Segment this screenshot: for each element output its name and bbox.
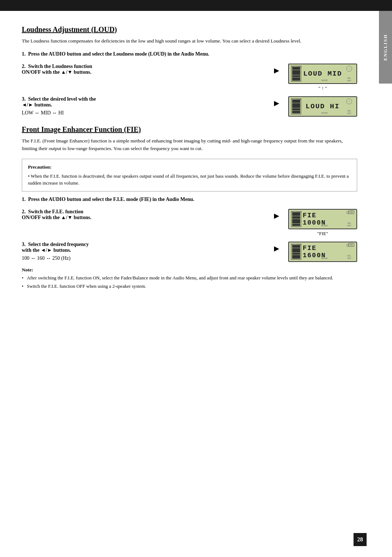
eq-bar-3-3 [292,219,300,223]
lcd-display-loud-hi: EQ CURVE AUDIO MODE LOUD HI ○ SELOFF [288,96,357,117]
eq-curve-label-3: EQ CURVE [291,211,302,213]
fie-step1-number: 1. [22,197,26,202]
precaution-content: When the F.I.E. function is deactivated,… [28,173,349,186]
note-list: After switching the F.I.E. function ON, … [22,274,357,290]
fie-step2-row: 2. Switch the F.I.E. function ON/OFF wit… [22,209,357,237]
fie-badge-2: FIE [348,243,355,247]
loudness-step3-sublabel: ◄/► buttons. [22,102,52,108]
lcd-right-2: ○ SELOFF [344,98,354,114]
lcd-text-area-4: FIE 1600N [303,245,343,259]
arrow-right-4: ► [272,244,281,254]
fie-step2-text: 2. Switch the F.I.E. function ON/OFF wit… [22,209,265,221]
lcd-sel-labels: SELOFF [347,77,351,82]
note-title: Note: [22,267,357,273]
lcd-main-text-3: FIE 1000N [303,212,343,226]
lcd-wrapper-3: EQ CURVE AUDIO MODE FIE FIE 1000N ON SEL… [288,209,357,237]
lcd-wrapper-2: EQ CURVE AUDIO MODE LOUD HI ○ SELOFF [288,96,357,117]
eq-bar-4-2 [292,248,300,253]
eq-bar-2 [292,70,300,75]
lcd-text-area-2: LOUD HI [303,102,343,110]
fie-step3-range: 100 ↔ 160 ↔ 250 (Hz) [22,255,265,261]
eq-curve-label: EQ CURVE [291,65,302,68]
lcd-knob: ○ [346,66,352,72]
eq-bar-3-2 [292,216,300,219]
lcd-main-text-4: FIE 1600N [303,245,343,259]
loudness-step2-number: 2. [22,64,26,69]
arrow-right-2: ► [272,98,281,108]
loudness-step3-number: 3. [22,96,26,102]
fie-step3-text: 3. Select the desired frequency with the… [22,242,265,261]
audio-label-4: AUDIO [293,257,299,259]
loudness-step3-row: 3. Select the desired level with the ◄/►… [22,96,357,117]
loudness-step2-sublabel: ON/OFF with the ▲/▼ buttons. [22,69,91,75]
loudness-step1: 1. Press the AUDIO button and select the… [22,51,357,57]
lcd-sel-labels-3: SELOFF [347,222,351,227]
fie-step3-sublabel: with the ◄/► buttons. [22,247,71,253]
lcd-sel-labels-2: SELOFF [347,110,351,114]
lcd-wrapper-1: EQ CURVE AUDIO MODE LOUD MID ○ SELOFF " … [288,64,357,91]
main-content: Loudness Adjustment (LOUD) The Loudness … [0,11,379,306]
loudness-step1-number: 1. [22,51,26,57]
lcd-right-1: ○ SELOFF [344,66,354,82]
eq-bar-2-3 [292,108,300,110]
fie-step3-number: 3. [22,242,26,247]
note-item-2: Switch the F.I.E. function OFF when usin… [22,283,357,290]
note-item-1: After switching the F.I.E. function ON, … [22,274,357,282]
mode-label-4: MODE [321,257,328,259]
side-tab: ENGLISH [379,11,392,84]
lcd-knob-2: ○ [346,98,352,104]
lcd-display-fie-1000n: EQ CURVE AUDIO MODE FIE FIE 1000N ON SEL… [288,209,357,229]
lcd-display-fie-1600n: EQ CURVE AUDIO MODE FIE FIE 1600N ON SEL… [288,242,357,262]
mode-label-3: MODE [321,225,328,227]
audio-label: AUDIO [293,79,299,81]
fie-note: Note: After switching the F.I.E. functio… [22,267,357,290]
side-tab-label: ENGLISH [383,34,388,60]
fie-step1-text: 1. Press the AUDIO button and select the… [22,197,357,202]
lcd-main-text-1: LOUD MID [303,70,342,78]
fie-step2-sublabel: ON/OFF with the ▲/▼ buttons. [22,215,91,220]
lcd-display-loud-mid: EQ CURVE AUDIO MODE LOUD MID ○ SELOFF [288,64,357,84]
lcd-wrapper-4: EQ CURVE AUDIO MODE FIE FIE 1600N ON SEL… [288,242,357,262]
loudness-step2-label: Switch the Loudness function [28,64,92,69]
loudness-step2-row: 2. Switch the Loudness function ON/OFF w… [22,64,357,91]
arrow-right-1: ► [272,66,281,76]
fie-step2-label: Switch the F.I.E. function [28,209,83,214]
page-number: 28 [354,533,367,546]
loudness-step1-content: Press the AUDIO button and select the Lo… [28,51,209,57]
loudness-step3-text: 3. Select the desired level with the ◄/►… [22,96,265,116]
precaution-text: • When the F.I.E. function is deactivate… [28,173,351,187]
eq-bar-2-2 [292,103,300,108]
loudness-step2-text: 2. Switch the Loudness function ON/OFF w… [22,64,265,75]
loudness-step1-text: 1. Press the AUDIO button and select the… [22,51,357,57]
lcd-main-text-2: LOUD HI [306,102,340,110]
loudness-step3-label: Select the desired level with the [28,96,96,102]
lcd-text-area-3: FIE 1000N [303,212,343,226]
fie-step1: 1. Press the AUDIO button and select the… [22,197,357,202]
audio-label-2: AUDIO [293,112,299,114]
lcd-sel-labels-4: SELOFF [347,255,351,259]
arrow-right-3: ► [272,211,281,221]
fie-step2-number: 2. [22,209,26,214]
loudness-step3-range: LOW ↔ MID ↔ HI [22,110,265,116]
fie-step3-row: 3. Select the desired frequency with the… [22,242,357,262]
fie-step1-content: Press the AUDIO button and select the F.… [28,197,195,202]
loudness-title: Loudness Adjustment (LOUD) [22,25,357,34]
lcd-caption-1: " ↑ " [318,85,327,91]
eq-bar-4-3 [292,253,300,255]
mode-label-2: MODE [321,112,328,114]
fie-title: Front Image Enhancer Function (FIE) [22,125,357,134]
top-bar [0,0,392,11]
audio-label-3: AUDIO [293,225,299,227]
lcd-caption-3: "FIE" [317,231,328,237]
fie-section: Front Image Enhancer Function (FIE) The … [22,125,357,290]
fie-step3-label: Select the desired frequency [28,242,89,247]
fie-badge-1: FIE [348,210,355,214]
lcd-text-area-1: LOUD MID [303,70,343,78]
precaution-box: Precaution: • When the F.I.E. function i… [22,159,357,191]
eq-curve-label-4: EQ CURVE [291,243,302,246]
eq-curve-label-2: EQ CURVE [291,98,302,100]
fie-intro: The F.I.E. (Front Image Enhancer) functi… [22,137,357,152]
precaution-title: Precaution: [28,164,351,171]
mode-label: MODE [321,79,328,81]
eq-bar-3 [292,75,300,77]
